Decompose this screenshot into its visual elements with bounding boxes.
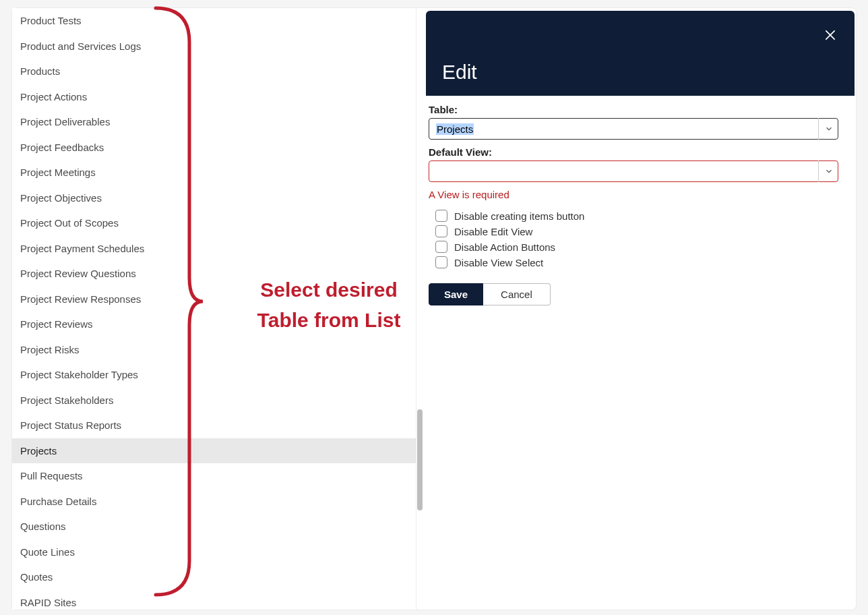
checkbox-row: Disable Action Buttons xyxy=(435,241,838,253)
default-view-select-chevron[interactable] xyxy=(818,160,838,182)
table-select[interactable]: Projects xyxy=(429,118,838,140)
dropdown-item[interactable]: Project Deliverables xyxy=(12,109,416,135)
dropdown-item[interactable]: Project Payment Schedules xyxy=(12,236,416,262)
app-root: Product TestsProduct and Services LogsPr… xyxy=(12,8,856,610)
dropdown-item[interactable]: Products xyxy=(12,59,416,84)
dropdown-item[interactable]: Project Risks xyxy=(12,337,416,363)
checkbox-row: Disable creating items button xyxy=(435,210,838,222)
table-field-label: Table: xyxy=(429,104,838,115)
table-select-value: Projects xyxy=(436,123,474,135)
checkbox[interactable] xyxy=(435,256,447,268)
default-view-select[interactable] xyxy=(429,160,838,182)
panel-header: Edit xyxy=(426,11,855,96)
close-button[interactable] xyxy=(821,26,840,45)
dropdown-item[interactable]: Project Stakeholder Types xyxy=(12,362,416,388)
chevron-down-icon xyxy=(824,167,834,176)
dropdown-item[interactable]: Project Status Reports xyxy=(12,413,416,438)
close-icon xyxy=(824,28,837,42)
dropdown-item[interactable]: Project Stakeholders xyxy=(12,388,416,413)
checkbox[interactable] xyxy=(435,225,447,237)
dropdown-item[interactable]: Project Out of Scopes xyxy=(12,210,416,236)
table-select-chevron[interactable] xyxy=(818,118,838,140)
cancel-button[interactable]: Cancel xyxy=(483,283,551,305)
table-dropdown-list: Product TestsProduct and Services LogsPr… xyxy=(12,8,416,610)
dropdown-item[interactable]: Projects xyxy=(12,438,416,464)
dropdown-item[interactable]: Project Meetings xyxy=(12,160,416,185)
checkbox-label: Disable View Select xyxy=(454,257,543,268)
checkbox[interactable] xyxy=(435,241,447,253)
checkbox-row: Disable View Select xyxy=(435,256,838,268)
dropdown-item[interactable]: Quotes xyxy=(12,564,416,590)
dropdown-item[interactable]: RAPID Sites xyxy=(12,590,416,610)
chevron-down-icon xyxy=(824,124,834,134)
panel-body: Table: Projects Default View: A View is … xyxy=(426,96,855,322)
dropdown-item[interactable]: Product Tests xyxy=(12,8,416,34)
dropdown-item[interactable]: Purchase Details xyxy=(12,489,416,515)
checkbox-label: Disable creating items button xyxy=(454,210,584,222)
dropdown-scroll[interactable]: Product TestsProduct and Services LogsPr… xyxy=(12,8,416,610)
default-view-error: A View is required xyxy=(429,189,838,200)
scrollbar-thumb-icon[interactable] xyxy=(417,409,423,510)
dropdown-item[interactable]: Pull Requests xyxy=(12,463,416,489)
dropdown-item[interactable]: Project Feedbacks xyxy=(12,135,416,160)
default-view-field-label: Default View: xyxy=(429,146,838,158)
dropdown-item[interactable]: Quote Lines xyxy=(12,539,416,565)
save-button[interactable]: Save xyxy=(429,283,483,305)
checkbox-label: Disable Edit View xyxy=(454,226,532,237)
dropdown-item[interactable]: Questions xyxy=(12,514,416,539)
dropdown-item[interactable]: Project Objectives xyxy=(12,185,416,211)
dropdown-item[interactable]: Project Review Responses xyxy=(12,287,416,312)
dropdown-item[interactable]: Project Review Questions xyxy=(12,261,416,287)
edit-panel: Edit Table: Projects Default View: xyxy=(426,11,855,607)
checkbox-group: Disable creating items buttonDisable Edi… xyxy=(435,210,838,268)
panel-title: Edit xyxy=(442,61,477,84)
dropdown-item[interactable]: Project Actions xyxy=(12,84,416,110)
action-buttons: Save Cancel xyxy=(429,283,838,305)
checkbox[interactable] xyxy=(435,210,447,222)
checkbox-row: Disable Edit View xyxy=(435,225,838,237)
checkbox-label: Disable Action Buttons xyxy=(454,241,555,253)
dropdown-item[interactable]: Project Reviews xyxy=(12,312,416,337)
dropdown-item[interactable]: Product and Services Logs xyxy=(12,34,416,59)
